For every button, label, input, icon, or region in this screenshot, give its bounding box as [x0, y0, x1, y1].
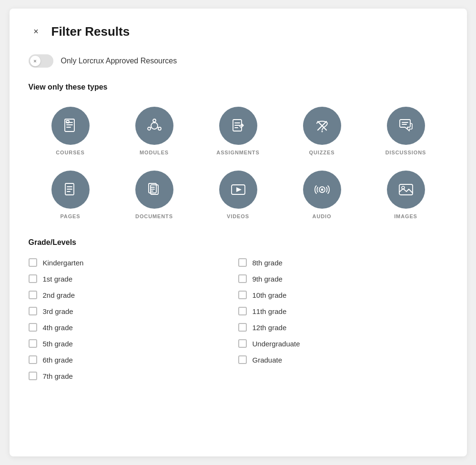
images-icon: [397, 181, 415, 199]
kindergarten-checkbox[interactable]: [29, 258, 37, 267]
pages-label: PAGES: [60, 213, 80, 219]
6th-grade-checkbox[interactable]: [29, 355, 37, 364]
documents-label: DOCUMENTS: [135, 213, 173, 219]
type-item-audio[interactable]: AUDIO: [280, 167, 364, 223]
grade-item-2nd[interactable]: 2nd grade: [29, 287, 238, 303]
kindergarten-label: Kindergarten: [43, 259, 84, 267]
3rd-grade-label: 3rd grade: [43, 307, 73, 315]
grade-item-5th[interactable]: 5th grade: [29, 335, 238, 352]
grade-item-11th[interactable]: 11th grade: [238, 303, 448, 319]
svg-point-32: [321, 189, 323, 191]
discussions-icon-circle: [387, 107, 425, 145]
toggle-knob: ×: [30, 56, 41, 66]
audio-label: AUDIO: [313, 213, 332, 219]
videos-icon: [229, 181, 247, 199]
svg-point-17: [321, 131, 323, 132]
grade-col-1: Kindergarten 1st grade 2nd grade 3rd gra…: [29, 254, 238, 384]
type-item-images[interactable]: IMAGES: [364, 167, 448, 223]
9th-grade-label: 9th grade: [253, 275, 283, 283]
svg-line-10: [157, 127, 158, 128]
grade-levels-title: Grade/Levels: [29, 238, 448, 247]
grade-col-2: 8th grade 9th grade 10th grade 11th grad…: [238, 254, 448, 384]
4th-grade-checkbox[interactable]: [29, 323, 37, 332]
graduate-label: Graduate: [253, 356, 283, 364]
courses-icon-circle: [51, 107, 90, 145]
type-item-modules[interactable]: MODULES: [112, 103, 196, 159]
grade-item-6th[interactable]: 6th grade: [29, 352, 238, 368]
grade-item-7th[interactable]: 7th grade: [29, 368, 238, 384]
12th-grade-checkbox[interactable]: [238, 323, 247, 332]
quizzes-icon-circle: [303, 107, 341, 145]
type-item-documents[interactable]: DOCUMENTS: [112, 167, 196, 223]
svg-marker-30: [236, 187, 242, 192]
grade-item-undergraduate[interactable]: Undergraduate: [238, 335, 448, 352]
approved-resources-toggle[interactable]: ×: [29, 54, 53, 68]
view-types-section-title: View only these types: [29, 83, 448, 91]
grade-item-10th[interactable]: 10th grade: [238, 287, 448, 303]
undergraduate-checkbox[interactable]: [238, 339, 247, 348]
type-item-quizzes[interactable]: QUIZZES: [280, 103, 364, 159]
audio-icon-circle: [303, 171, 341, 209]
type-item-discussions[interactable]: DISCUSSIONS: [364, 103, 448, 159]
panel-title: Filter Results: [51, 24, 130, 39]
5th-grade-checkbox[interactable]: [29, 339, 37, 348]
pages-icon: [61, 181, 80, 199]
grade-item-1st[interactable]: 1st grade: [29, 271, 238, 287]
modules-icon: [145, 117, 163, 135]
quizzes-icon: [313, 117, 331, 135]
2nd-grade-label: 2nd grade: [43, 291, 75, 299]
8th-grade-checkbox[interactable]: [238, 258, 247, 267]
graduate-checkbox[interactable]: [238, 355, 247, 364]
grade-grid: Kindergarten 1st grade 2nd grade 3rd gra…: [29, 254, 448, 384]
3rd-grade-checkbox[interactable]: [29, 307, 37, 315]
svg-line-11: [150, 127, 151, 128]
filter-results-panel: × Filter Results × Only Lorcrux Approved…: [10, 9, 467, 456]
grade-levels-section: Grade/Levels Kindergarten 1st grade 2nd …: [29, 238, 448, 384]
modules-label: MODULES: [140, 150, 169, 155]
grade-item-graduate[interactable]: Graduate: [238, 352, 448, 368]
type-item-assignments[interactable]: ASSIGNMENTS: [196, 103, 280, 159]
11th-grade-label: 11th grade: [253, 307, 287, 315]
2nd-grade-checkbox[interactable]: [29, 291, 37, 299]
svg-rect-33: [399, 184, 413, 195]
type-item-pages[interactable]: PAGES: [29, 167, 112, 223]
1st-grade-checkbox[interactable]: [29, 274, 37, 283]
discussions-label: DISCUSSIONS: [385, 150, 426, 155]
12th-grade-label: 12th grade: [253, 323, 287, 332]
videos-label: VIDEOS: [227, 213, 249, 219]
svg-rect-4: [66, 121, 69, 123]
close-button[interactable]: ×: [29, 24, 44, 39]
undergraduate-label: Undergraduate: [253, 340, 300, 348]
10th-grade-checkbox[interactable]: [238, 291, 247, 299]
type-icons-row-2: PAGES DOCUMENTS VIDEOS: [29, 167, 448, 223]
11th-grade-checkbox[interactable]: [238, 307, 247, 315]
5th-grade-label: 5th grade: [43, 340, 73, 348]
9th-grade-checkbox[interactable]: [238, 274, 247, 283]
grade-item-12th[interactable]: 12th grade: [238, 319, 448, 335]
10th-grade-label: 10th grade: [253, 291, 287, 299]
type-item-videos[interactable]: VIDEOS: [196, 167, 280, 223]
toggle-label: Only Lorcrux Approved Resources: [61, 57, 177, 65]
documents-icon: [145, 181, 163, 199]
grade-item-4th[interactable]: 4th grade: [29, 319, 238, 335]
grade-item-8th[interactable]: 8th grade: [238, 254, 448, 271]
assignments-label: ASSIGNMENTS: [216, 150, 259, 155]
images-label: IMAGES: [394, 213, 417, 219]
grade-item-9th[interactable]: 9th grade: [238, 271, 448, 287]
1st-grade-label: 1st grade: [43, 275, 73, 283]
courses-icon: [61, 117, 80, 135]
4th-grade-label: 4th grade: [43, 323, 73, 332]
grade-item-kindergarten[interactable]: Kindergarten: [29, 254, 238, 271]
quizzes-label: QUIZZES: [309, 150, 335, 155]
svg-point-5: [151, 122, 158, 129]
approved-resources-toggle-row: × Only Lorcrux Approved Resources: [29, 54, 448, 68]
type-item-courses[interactable]: COURSES: [29, 103, 112, 159]
type-icons-row-1: COURSES MODULES: [29, 103, 448, 159]
grade-item-3rd[interactable]: 3rd grade: [29, 303, 238, 319]
images-icon-circle: [387, 171, 425, 209]
6th-grade-label: 6th grade: [43, 356, 73, 364]
pages-icon-circle: [51, 171, 90, 209]
8th-grade-label: 8th grade: [253, 259, 283, 267]
7th-grade-checkbox[interactable]: [29, 372, 37, 380]
audio-icon: [313, 181, 331, 199]
